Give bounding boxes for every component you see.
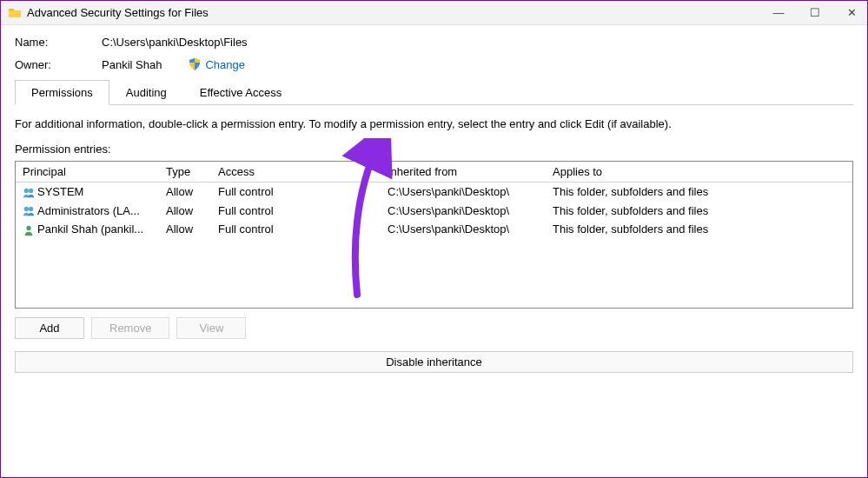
inherited-cell: C:\Users\panki\Desktop\ xyxy=(381,183,546,202)
button-row: Add Remove View xyxy=(15,317,853,339)
table-row[interactable]: SYSTEMAllowFull controlC:\Users\panki\De… xyxy=(16,183,852,202)
col-principal[interactable]: Principal xyxy=(16,162,159,183)
access-cell: Full control xyxy=(211,183,381,202)
principal-cell: Pankil Shah (pankil... xyxy=(37,222,143,236)
folder-icon xyxy=(8,6,22,20)
name-row: Name: C:\Users\panki\Desktop\Files xyxy=(15,36,853,49)
svg-point-1 xyxy=(29,188,33,192)
disable-inheritance-row: Disable inheritance xyxy=(15,351,853,373)
minimize-button[interactable]: — xyxy=(770,6,787,19)
col-type[interactable]: Type xyxy=(159,162,211,183)
svg-point-3 xyxy=(29,207,33,211)
titlebar: Advanced Security Settings for Files — ☐… xyxy=(1,1,867,25)
tab-effective-access[interactable]: Effective Access xyxy=(183,80,298,105)
inherited-cell: C:\Users\panki\Desktop\ xyxy=(381,202,546,221)
applies-cell: This folder, subfolders and files xyxy=(546,202,852,221)
name-label: Name: xyxy=(15,36,102,49)
permissions-table: Principal Type Access Inherited from App… xyxy=(16,162,852,239)
applies-cell: This folder, subfolders and files xyxy=(546,220,852,239)
principal-icon xyxy=(23,187,35,199)
principal-icon xyxy=(23,224,35,236)
window-title: Advanced Security Settings for Files xyxy=(27,6,770,19)
applies-cell: This folder, subfolders and files xyxy=(546,183,852,202)
permissions-table-container: Principal Type Access Inherited from App… xyxy=(15,161,853,309)
col-applies[interactable]: Applies to xyxy=(546,162,852,183)
owner-label: Owner: xyxy=(15,58,102,71)
disable-inheritance-button[interactable]: Disable inheritance xyxy=(15,351,853,373)
view-button[interactable]: View xyxy=(176,317,246,339)
tabs: Permissions Auditing Effective Access xyxy=(15,80,853,105)
help-text: For additional information, double-click… xyxy=(15,117,853,130)
svg-point-0 xyxy=(24,188,29,192)
principal-cell: Administrators (LA... xyxy=(37,204,140,217)
principal-icon xyxy=(23,205,35,217)
col-inherited[interactable]: Inherited from xyxy=(381,162,546,183)
name-value: C:\Users\panki\Desktop\Files xyxy=(102,36,248,49)
svg-point-4 xyxy=(26,225,30,229)
tab-auditing[interactable]: Auditing xyxy=(109,80,183,105)
principal-cell: SYSTEM xyxy=(37,185,83,198)
access-cell: Full control xyxy=(211,202,381,221)
change-owner-link[interactable]: Change xyxy=(205,58,245,71)
type-cell: Allow xyxy=(159,183,211,202)
window-controls: — ☐ ✕ xyxy=(770,6,860,19)
type-cell: Allow xyxy=(159,202,211,221)
svg-point-2 xyxy=(24,207,29,211)
close-button[interactable]: ✕ xyxy=(843,6,860,19)
access-cell: Full control xyxy=(211,220,381,239)
entries-label: Permission entries: xyxy=(15,143,853,156)
add-button[interactable]: Add xyxy=(15,317,84,339)
table-row[interactable]: Pankil Shah (pankil...AllowFull controlC… xyxy=(16,220,852,239)
owner-row: Owner: Pankil Shah Change xyxy=(15,57,853,71)
content-area: Name: C:\Users\panki\Desktop\Files Owner… xyxy=(1,25,867,477)
tab-permissions[interactable]: Permissions xyxy=(15,80,109,105)
owner-value: Pankil Shah xyxy=(102,58,162,71)
shield-icon xyxy=(188,57,202,71)
inherited-cell: C:\Users\panki\Desktop\ xyxy=(381,220,546,239)
table-row[interactable]: Administrators (LA...AllowFull controlC:… xyxy=(16,202,852,221)
col-access[interactable]: Access xyxy=(211,162,381,183)
remove-button[interactable]: Remove xyxy=(91,317,169,339)
security-window: Advanced Security Settings for Files — ☐… xyxy=(1,1,867,477)
type-cell: Allow xyxy=(159,220,211,239)
maximize-button[interactable]: ☐ xyxy=(806,6,824,19)
